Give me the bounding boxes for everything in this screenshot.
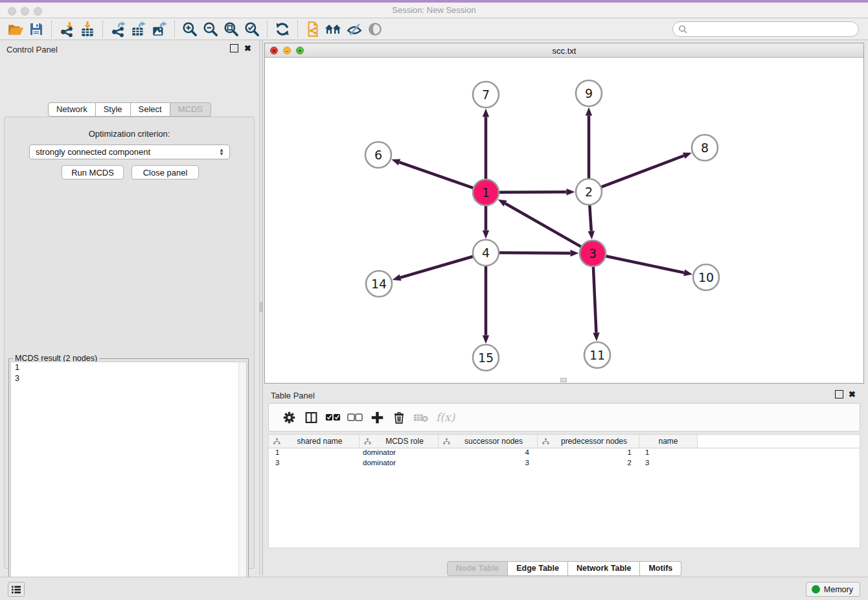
table-cell[interactable]: 1 — [639, 448, 698, 459]
graph-edge[interactable] — [589, 205, 591, 231]
select-all-checks-button[interactable] — [322, 406, 344, 428]
close-table-panel-icon[interactable]: ✖ — [848, 390, 856, 398]
zoom-in-button[interactable] — [179, 19, 200, 39]
add-row-button[interactable] — [366, 406, 388, 428]
delete-table-button[interactable] — [410, 406, 432, 428]
toolbar-separator — [297, 21, 298, 38]
tab-style[interactable]: Style — [96, 102, 131, 117]
tab-edge-table[interactable]: Edge Table — [508, 561, 568, 576]
criterion-dropdown[interactable]: strongly connected component ▲▼ — [29, 144, 230, 159]
column-header-predecessor-nodes[interactable]: predecessor nodes — [538, 435, 639, 448]
new-network-from-file-button[interactable] — [303, 19, 323, 39]
first-neighbors-button[interactable] — [323, 19, 344, 39]
network-canvas[interactable]: 7968124314101511 — [265, 58, 863, 383]
graph-edge[interactable] — [601, 156, 684, 187]
mcds-result-list[interactable]: 1 3 — [10, 362, 247, 600]
graph-edge[interactable] — [499, 253, 570, 253]
mcds-result-item[interactable]: 3 — [11, 373, 246, 384]
graph-edge[interactable] — [505, 203, 581, 247]
function-builder-button[interactable]: f(x) — [432, 406, 455, 428]
export-network-button[interactable] — [108, 19, 128, 39]
toolbar-separator — [102, 21, 103, 38]
graph-edge[interactable] — [400, 162, 474, 188]
export-table-icon — [130, 21, 147, 38]
tab-node-table[interactable]: Node Table — [447, 561, 508, 576]
graph-node-label: 11 — [589, 348, 605, 362]
tab-select[interactable]: Select — [131, 102, 170, 117]
node-table-header: shared name MCDS role — [269, 435, 860, 448]
network-canvas-svg[interactable]: 7968124314101511 — [265, 58, 863, 383]
delete-row-button[interactable] — [388, 406, 410, 428]
table-cell[interactable]: 3 — [439, 459, 538, 469]
import-network-button[interactable] — [56, 19, 77, 39]
export-table-button[interactable] — [128, 19, 149, 39]
float-table-panel-icon[interactable] — [835, 390, 843, 398]
zoom-out-button[interactable] — [200, 19, 221, 39]
table-cell[interactable]: 3 — [269, 459, 360, 469]
close-panel-button[interactable]: Close panel — [131, 165, 199, 179]
graph-edge[interactable] — [606, 256, 684, 273]
search-input[interactable] — [688, 25, 843, 34]
task-history-button[interactable] — [8, 582, 25, 597]
graph-node-label: 4 — [482, 246, 490, 260]
birds-eye-view-button[interactable] — [365, 19, 385, 39]
show-graphics-details-button[interactable] — [344, 19, 365, 39]
export-image-button[interactable] — [149, 19, 170, 39]
run-mcds-button[interactable]: Run MCDS — [62, 165, 124, 179]
show-columns-button[interactable] — [300, 406, 322, 428]
network-window-titlebar[interactable]: ✕ – + scc.txt — [265, 43, 863, 58]
table-settings-button[interactable] — [278, 406, 300, 428]
zoom-fit-icon — [223, 21, 240, 38]
column-header-mcds-role[interactable]: MCDS role — [360, 435, 439, 448]
apply-layout-button[interactable] — [272, 19, 293, 39]
graph-node-label: 14 — [371, 277, 387, 291]
table-cell[interactable]: 1 — [269, 448, 360, 459]
tab-motifs[interactable]: Motifs — [640, 561, 681, 576]
table-row[interactable]: 3dominator323 — [269, 459, 860, 469]
graph-edge[interactable] — [499, 192, 566, 192]
close-panel-icon[interactable]: ✖ — [244, 44, 252, 52]
tab-mcds[interactable]: MCDS — [170, 102, 211, 117]
mcds-result-item[interactable]: 1 — [11, 362, 246, 373]
tab-network-table[interactable]: Network Table — [568, 561, 641, 576]
table-cell[interactable]: 3 — [639, 459, 698, 469]
graph-edge-arrowhead — [483, 109, 489, 117]
mcds-list-scrollbar[interactable] — [238, 362, 246, 600]
zoom-fit-button[interactable] — [221, 19, 242, 39]
table-cell[interactable]: 2 — [538, 459, 639, 469]
list-icon — [11, 585, 21, 594]
search-field[interactable] — [672, 21, 859, 37]
float-panel-icon[interactable] — [230, 44, 238, 52]
column-type-icon — [443, 438, 450, 445]
graph-edge[interactable] — [593, 266, 597, 332]
export-network-icon — [109, 21, 126, 38]
table-cell[interactable]: 1 — [538, 448, 639, 459]
table-cell[interactable]: dominator — [360, 448, 439, 459]
open-file-button[interactable] — [5, 19, 26, 39]
titlebar-accent — [0, 0, 868, 3]
clear-all-checks-button[interactable] — [344, 406, 366, 428]
tab-network[interactable]: Network — [48, 102, 96, 117]
column-header-shared-name[interactable]: shared name — [269, 435, 360, 448]
panel-splitter[interactable] — [259, 40, 263, 575]
graph-edge[interactable] — [400, 257, 473, 278]
save-session-button[interactable] — [26, 19, 47, 39]
table-cell[interactable]: dominator — [360, 459, 439, 469]
node-table[interactable]: shared name MCDS role — [268, 434, 860, 548]
column-header-name[interactable]: name — [639, 435, 698, 448]
column-header-successor-nodes[interactable]: successor nodes — [439, 435, 538, 448]
refresh-icon — [274, 21, 291, 38]
columns-icon — [304, 411, 318, 424]
memory-button[interactable]: Memory — [806, 582, 860, 597]
table-row[interactable]: 1dominator411 — [269, 448, 860, 459]
zoom-selected-button[interactable] — [242, 19, 262, 39]
toolbar-separator — [267, 21, 268, 38]
splitter-grip[interactable] — [260, 302, 262, 312]
export-image-icon — [151, 21, 168, 38]
criterion-dropdown-value: strongly connected component — [36, 147, 216, 157]
network-canvas-grip[interactable] — [560, 378, 567, 382]
graph-edge-arrowhead — [393, 274, 402, 281]
import-table-button[interactable] — [77, 19, 98, 39]
graph-edge-arrowhead — [586, 108, 592, 116]
table-cell[interactable]: 4 — [439, 448, 538, 459]
